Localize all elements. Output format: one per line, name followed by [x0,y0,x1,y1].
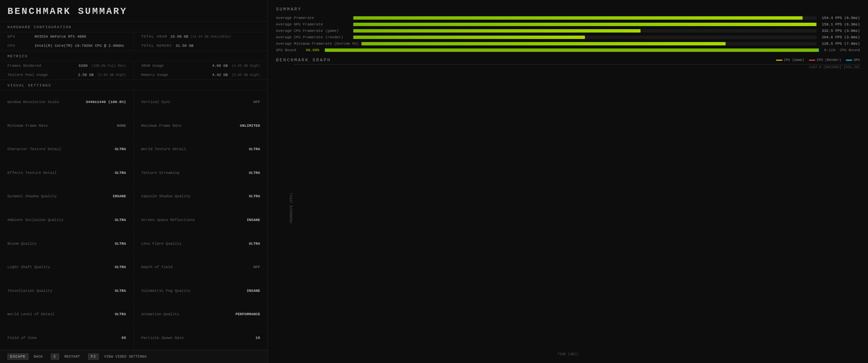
setting-label: Screen Space Reflections [141,218,195,222]
setting-row: Screen Space ReflectionsINSANE [134,208,268,232]
legend-dot [776,60,782,61]
setting-row: Vertical SyncOFF [134,90,268,114]
stat-value: 154.4 FPS (6.5ms) [819,16,860,20]
stat-row: Average CPU Framerate (render) 264.6 FPS… [276,35,860,39]
stat-bar [361,42,725,45]
stat-label: Average CPU Framerate (render) [276,35,351,39]
setting-label: Character Texture Detail [7,147,61,151]
setting-value: ULTRA [115,289,126,293]
setting-label: Bloom Quality [7,242,37,246]
setting-value: PERFORMANCE [235,312,260,316]
stats-container: Average Framerate 154.4 FPS (6.5ms) Aver… [276,16,860,48]
f2-key[interactable]: F2 [88,354,99,360]
stat-bar-container [361,42,816,45]
setting-label: Depth of Field [141,265,173,269]
setting-value: ULTRA [115,147,126,151]
setting-value: ULTRA [115,171,126,175]
legend-item: CPU (Game) [776,58,804,62]
metrics-grid: Frames Rendered 9200 (100.0% Full Res) V… [0,61,268,80]
setting-value: ULTRA [115,265,126,269]
cpu-bound-bar [818,48,819,52]
frames-label: Frames Rendered [7,64,41,68]
vram-sub: (14.94 GB Available) [190,35,231,39]
stat-bar-container [353,29,816,33]
metrics-section-header: METRICS [0,51,268,61]
setting-value: ULTRA [115,218,126,222]
setting-row: Texture StreamingULTRA [134,161,268,185]
cpu-label: CPU [7,44,31,48]
setting-label: Maximum Frame Rate [141,124,182,128]
setting-row: Dynamic Shadow QualityINSANE [0,185,134,208]
mem-usage-row: Memory Usage 4.42 GB (5.05 GB High) [134,70,268,80]
setting-row: Ambient Occlusion QualityULTRA [0,208,134,232]
setting-label: Window Resolution Scale [7,100,59,104]
mem-usage-label: Memory Usage [141,73,168,77]
gpu-value: NVIDIA GeForce RTX 4080 [35,35,86,39]
left-panel: BENCHMARK SUMMARY HARDWARE CONFIGURATION… [0,0,268,363]
setting-row: Minimum Frame RateNONE [0,114,134,138]
setting-row: World Level of DetailULTRA [0,303,134,326]
setting-row: World Texture DetailULTRA [134,138,268,161]
graph-legend: CPU (Game)CPU (Render)GPU [776,58,860,62]
setting-row: Bloom QualityULTRA [0,232,134,256]
stat-row: Average Framerate 154.4 FPS (6.5ms) [276,16,860,20]
setting-value: ULTRA [249,242,260,246]
setting-label: Lens Flare Quality [141,242,182,246]
vram-usage-value: 4.69 GB [212,64,228,68]
legend-dot [846,60,852,61]
setting-value: ULTRA [115,312,126,316]
graph-x-labels: 0102030405060 [305,64,860,64]
legend-label: CPU (Render) [817,58,841,62]
setting-value: NONE [117,124,126,128]
setting-value: ULTRA [249,194,260,198]
cpu-row: CPU Intel(R) Core(TM) i9-7920X CPU @ 2.9… [0,41,134,51]
escape-key[interactable]: ESCAPE [7,354,28,360]
setting-row: Maximum Frame RateUNLIMITED [134,114,268,138]
mem-label: Total Memory [141,44,172,48]
stat-bar [353,23,816,26]
hardware-grid: GPU NVIDIA GeForce RTX 4080 Total VRAM 1… [0,32,268,51]
back-label: BACK [34,355,43,359]
graph-y-labels: 1501209060300 [294,64,305,65]
mem-usage-sub: (5.05 GB High) [232,73,260,77]
setting-value: INSANE [246,289,260,293]
stat-bar [353,36,585,39]
setting-label: World Level of Detail [7,312,55,316]
graph-area: 1501209060300 0102030405060 [294,64,860,65]
setting-row: Depth of FieldOFF [134,256,268,279]
setting-row: Particle Spawn Rate15 [134,326,268,350]
stat-label: Average Framerate [276,16,351,20]
setting-label: Volumetric Fog Quality [141,289,191,293]
graph-section: BENCHMARK GRAPH CPU (Game)CPU (Render)GP… [276,58,860,356]
setting-label: Field of View [7,336,37,340]
vram-row: Total VRAM 15.50 GB (14.94 GB Available) [134,32,268,41]
setting-value: INSANE [246,218,260,222]
right-panel: SUMMARY Average Framerate 154.4 FPS (6.5… [268,0,868,363]
setting-row: Animation QualityPERFORMANCE [134,303,268,326]
visual-section-header: VISUAL SETTINGS [0,80,268,90]
c-key[interactable]: C [51,354,59,360]
vram-usage-label: VRAM Usage [141,64,164,68]
stat-value: 332.5 FPS (3.0ms) [819,29,860,33]
setting-label: Particle Spawn Rate [141,336,184,340]
stat-label: Average GPU Framerate [276,22,351,26]
time-label: TIME (SEC) [276,352,860,356]
mem-row: Total Memory 31.50 GB [134,41,268,51]
setting-label: World Texture Detail [141,147,186,151]
stat-bar [353,16,803,20]
setting-value: ULTRA [249,171,260,175]
summary-title: SUMMARY [276,7,860,12]
setting-label: Ambient Occlusion Quality [7,218,63,222]
setting-row: Lens Flare QualityULTRA [134,232,268,256]
setting-label: Tessellation Quality [7,289,52,293]
setting-value: 3440x1440 (100.0%) [86,100,126,104]
setting-label: Effects Texture Detail [7,171,57,175]
setting-value: ULTRA [249,147,260,151]
setting-row: Character Texture DetailULTRA [0,138,134,161]
graph-title: BENCHMARK GRAPH [276,58,331,63]
view-label: VIEW VIDEO SETTINGS [104,355,146,359]
frames-row: Frames Rendered 9200 (100.0% Full Res) [0,61,134,70]
setting-label: Texture Streaming [141,171,179,175]
gpu-row: GPU NVIDIA GeForce RTX 4080 [0,32,134,41]
setting-label: Vertical Sync [141,100,171,104]
